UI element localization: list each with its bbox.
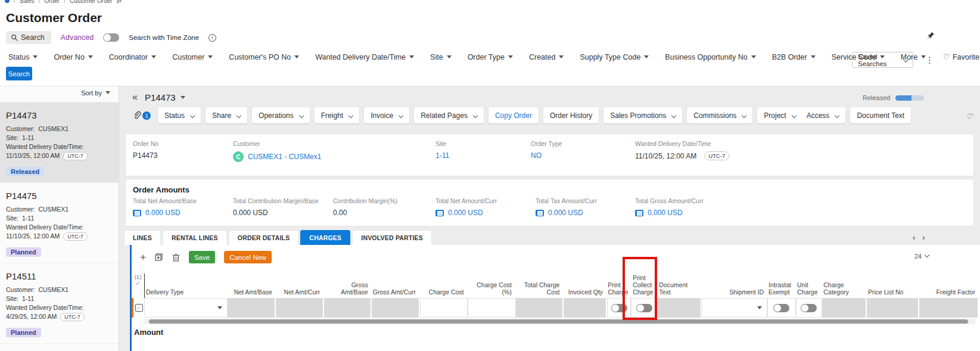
attachments-button[interactable]: 1 (132, 111, 151, 120)
filter-business-opportunity-no[interactable]: Business Opportunity No (665, 53, 755, 61)
select-all-check-icon[interactable] (132, 280, 144, 287)
col-charge-category[interactable]: Charge Category (822, 281, 867, 298)
sort-by-button[interactable]: Sort by (81, 89, 110, 97)
print-charge-toggle[interactable] (611, 304, 627, 312)
tab-charges[interactable]: CHARGES (300, 230, 350, 245)
col-document-text[interactable]: Document Text (658, 281, 702, 298)
col-charge-cost[interactable]: Charge Cost (419, 288, 467, 298)
save-button[interactable]: Save (189, 251, 215, 263)
list-item[interactable]: P14514 Customer:CUSMEX1 (0, 343, 119, 351)
search-mode-button[interactable]: Search (6, 31, 51, 44)
col-invoiced-qty[interactable]: Invoiced Qty (563, 288, 606, 298)
charge-cost-pct-cell[interactable] (468, 298, 516, 318)
amount-value[interactable]: 0.000 USD (145, 209, 181, 217)
project-access-menu[interactable]: Project Access (757, 107, 845, 123)
info-icon[interactable] (209, 34, 216, 42)
favorites-button[interactable]: Favorites (942, 52, 980, 61)
amount-value[interactable]: 0.000 USD (548, 209, 583, 217)
breadcrumb-sales[interactable]: Sales (20, 0, 35, 4)
tab-scroll-right-icon[interactable] (922, 233, 925, 242)
list-item[interactable]: P14473 Customer:CUSMEX1 Site:1-11 Wanted… (0, 102, 119, 182)
print-collect-charge-toggle[interactable] (636, 304, 652, 312)
invoice-menu[interactable]: Invoice (364, 107, 409, 123)
col-gross-amt-base[interactable]: Gross Amt/Base (323, 281, 371, 298)
record-id[interactable]: P14473 (145, 92, 176, 102)
customer-link[interactable]: CUSMEX1 - CUSMex1 (248, 153, 321, 161)
tab-order-details[interactable]: ORDER DETAILS (229, 230, 299, 245)
order-history-button[interactable]: Order History (543, 107, 599, 123)
order-type-link[interactable]: NO (531, 151, 542, 160)
col-gross-amt-curr[interactable]: Gross Amt/Curr (372, 288, 419, 298)
history-icon[interactable]: ⇄ (117, 0, 122, 4)
sales-promotions-menu[interactable]: Sales Promotions (603, 107, 682, 123)
unit-charge-toggle[interactable] (801, 304, 817, 312)
more-options-icon[interactable] (925, 55, 934, 66)
col-net-amt-base[interactable]: Net Amt/Base (228, 288, 275, 298)
filter-customer[interactable]: Customer (172, 53, 213, 61)
document-text-button[interactable]: Document Text (850, 107, 911, 123)
share-menu[interactable]: Share (206, 107, 247, 123)
tab-lines[interactable]: LINES (124, 230, 161, 245)
favorite-heart-icon[interactable] (966, 111, 973, 122)
tab-involved-parties[interactable]: INVOLVED PARTIES (352, 230, 432, 245)
col-shipment-id[interactable]: Shipment ID (702, 288, 767, 298)
delete-row-icon[interactable] (172, 253, 180, 262)
home-icon[interactable] (5, 0, 10, 3)
charge-cost-cell[interactable] (420, 298, 468, 318)
freight-menu[interactable]: Freight (315, 107, 359, 123)
col-print-collect-charge[interactable]: Print Collect Charge (631, 274, 658, 298)
col-total-charge-cost[interactable]: Total Charge Cost (515, 281, 563, 298)
scrollbar-thumb[interactable] (149, 319, 968, 324)
breadcrumb-customer-order[interactable]: Customer Order (70, 0, 113, 4)
row-select-checkbox[interactable] (132, 298, 144, 318)
operations-menu[interactable]: Operations (252, 107, 310, 123)
amount-value[interactable]: 0.000 USD (448, 209, 483, 217)
filter-order-no[interactable]: Order No (54, 53, 92, 61)
amount-value[interactable]: 0.000 USD (648, 209, 683, 217)
add-row-icon[interactable]: + (140, 251, 146, 263)
timezone-toggle[interactable] (103, 33, 119, 42)
col-charge-cost-pct[interactable]: Charge Cost (%) (468, 281, 515, 298)
tab-rental-lines[interactable]: RENTAL LINES (163, 230, 227, 245)
collapse-list-icon[interactable] (132, 92, 138, 102)
list-item[interactable]: P14511 Customer:CUSMEX1 Site:1-11 Wanted… (0, 263, 119, 343)
chevron-down-icon (903, 58, 908, 63)
filter-created[interactable]: Created (529, 53, 564, 61)
commissions-menu[interactable]: Commissions (687, 107, 752, 123)
filter-b2b-order[interactable]: B2B Order (772, 53, 816, 61)
pin-icon[interactable] (927, 31, 935, 42)
list-item[interactable]: P14475 Customer:CUSMEX1 Site:1-11 Wanted… (0, 182, 119, 263)
col-unit-charge[interactable]: Unit Charge (796, 281, 822, 298)
horizontal-scrollbar[interactable] (144, 319, 975, 324)
filter-supply-type-code[interactable]: Supply Type Code (580, 53, 649, 61)
status-menu[interactable]: Status (158, 107, 201, 123)
chevron-down-icon[interactable] (181, 96, 185, 99)
filter-site[interactable]: Site (430, 53, 452, 61)
col-print-charge[interactable]: Print Charge (606, 281, 631, 298)
shipment-id-select[interactable] (702, 298, 767, 318)
col-freight-factor[interactable]: Freight Factor (919, 288, 979, 298)
filter-customers-po-no[interactable]: Customer's PO No (229, 53, 299, 61)
delivery-type-cell[interactable] (144, 298, 228, 318)
col-price-list-no[interactable]: Price List No (867, 288, 919, 298)
col-net-amt-curr[interactable]: Net Amt/Curr (276, 288, 323, 298)
selection-column-header[interactable]: (1) (132, 274, 144, 287)
filter-status[interactable]: Status (8, 53, 38, 61)
intrastat-exempt-toggle[interactable] (773, 304, 789, 312)
breadcrumb-order[interactable]: Order (45, 0, 60, 4)
duplicate-row-icon[interactable] (155, 253, 163, 262)
col-intrastat-exempt[interactable]: Intrastat Exempt (767, 281, 796, 298)
filter-coordinator[interactable]: Coordinator (109, 53, 156, 61)
tab-scroll-left-icon[interactable] (913, 233, 915, 242)
copy-order-button[interactable]: Copy Order (489, 107, 539, 123)
filter-order-type[interactable]: Order Type (468, 53, 513, 61)
column-count-selector[interactable]: 24 (914, 253, 929, 260)
col-delivery-type[interactable]: Delivery Type (145, 288, 228, 298)
advanced-search-link[interactable]: Advanced (61, 33, 94, 42)
filter-wanted-delivery[interactable]: Wanted Delivery Date/Time (315, 53, 414, 61)
site-link[interactable]: 1-11 (435, 151, 449, 160)
cancel-new-button[interactable]: Cancel New (224, 251, 272, 263)
related-pages-menu[interactable]: Related Pages (414, 107, 484, 123)
search-button[interactable]: Search (6, 67, 32, 80)
saved-searches-dropdown[interactable]: Saved Searches (852, 52, 913, 68)
